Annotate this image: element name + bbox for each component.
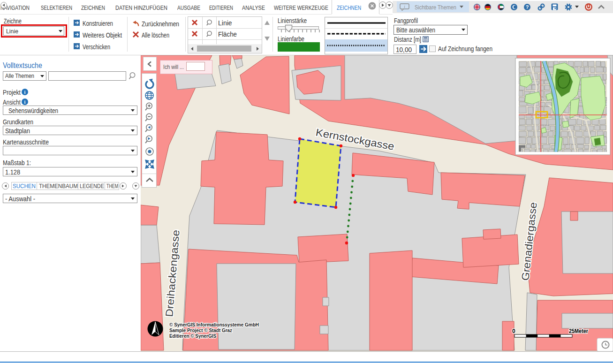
svg-text:25Meter: 25Meter xyxy=(569,328,588,334)
svg-text:i: i xyxy=(24,99,26,105)
svg-text:i: i xyxy=(404,4,405,9)
svg-text:Sample Project © Stadt Graz: Sample Project © Stadt Graz xyxy=(169,327,232,333)
svg-text:© SynerGIS Informationssysteme: © SynerGIS Informationssysteme GmbH xyxy=(169,322,259,327)
svg-text:Editieren © SynerGIS: Editieren © SynerGIS xyxy=(169,333,216,339)
svg-text:?: ? xyxy=(526,4,529,10)
svg-text:i: i xyxy=(24,90,26,95)
svg-text:0: 0 xyxy=(512,328,515,334)
